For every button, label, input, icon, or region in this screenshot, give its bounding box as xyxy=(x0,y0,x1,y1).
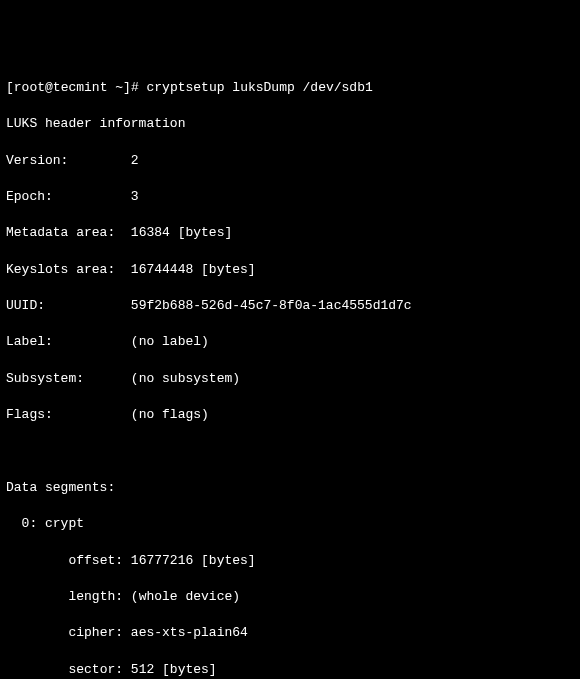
segment-length: length: (whole device) xyxy=(6,588,574,606)
uuid-value: 59f2b688-526d-45c7-8f0a-1ac4555d1d7c xyxy=(131,298,412,313)
flags-line: Flags: (no flags) xyxy=(6,406,574,424)
version-value: 2 xyxy=(131,153,139,168)
keyslots-area-value: 16744448 [bytes] xyxy=(131,262,256,277)
version-label: Version: xyxy=(6,153,68,168)
subsystem-line: Subsystem: (no subsystem) xyxy=(6,370,574,388)
prompt-line[interactable]: [root@tecmint ~]# cryptsetup luksDump /d… xyxy=(6,79,574,97)
data-segments-entry: 0: crypt xyxy=(6,515,574,533)
prompt-symbol: # xyxy=(131,80,139,95)
keyslots-area-label: Keyslots area: xyxy=(6,262,115,277)
label-value: (no label) xyxy=(131,334,209,349)
flags-label: Flags: xyxy=(6,407,53,422)
epoch-line: Epoch: 3 xyxy=(6,188,574,206)
subsystem-value: (no subsystem) xyxy=(131,371,240,386)
epoch-value: 3 xyxy=(131,189,139,204)
segment-cipher: cipher: aes-xts-plain64 xyxy=(6,624,574,642)
segment-offset: offset: 16777216 [bytes] xyxy=(6,552,574,570)
uuid-label: UUID: xyxy=(6,298,45,313)
version-line: Version: 2 xyxy=(6,152,574,170)
flags-value: (no flags) xyxy=(131,407,209,422)
data-segments-title: Data segments: xyxy=(6,479,574,497)
prompt-path: ~ xyxy=(115,80,123,95)
prompt-user: root xyxy=(14,80,45,95)
luks-header-title: LUKS header information xyxy=(6,115,574,133)
epoch-label: Epoch: xyxy=(6,189,53,204)
label-label: Label: xyxy=(6,334,53,349)
segment-sector: sector: 512 [bytes] xyxy=(6,661,574,679)
keyslots-area-line: Keyslots area: 16744448 [bytes] xyxy=(6,261,574,279)
prompt-close-bracket: ] xyxy=(123,80,131,95)
uuid-line: UUID: 59f2b688-526d-45c7-8f0a-1ac4555d1d… xyxy=(6,297,574,315)
prompt-host: tecmint xyxy=(53,80,108,95)
metadata-area-line: Metadata area: 16384 [bytes] xyxy=(6,224,574,242)
metadata-area-value: 16384 [bytes] xyxy=(131,225,232,240)
subsystem-label: Subsystem: xyxy=(6,371,84,386)
label-line: Label: (no label) xyxy=(6,333,574,351)
command-text: cryptsetup luksDump /dev/sdb1 xyxy=(147,80,373,95)
prompt-open-bracket: [ xyxy=(6,80,14,95)
blank-1 xyxy=(6,443,574,461)
metadata-area-label: Metadata area: xyxy=(6,225,115,240)
